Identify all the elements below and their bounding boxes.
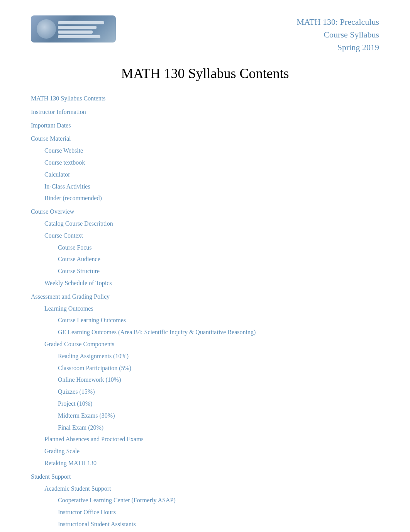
toc-link[interactable]: Binder (recommended)	[44, 193, 102, 204]
toc-link[interactable]: Student Support	[31, 471, 71, 483]
toc-link[interactable]: Academic Student Support	[44, 483, 111, 495]
toc-item[interactable]: In-Class Activities	[31, 181, 379, 192]
header-title: MATH 130: Precalculus Course Syllabus Sp…	[296, 15, 379, 54]
toc-item[interactable]: Course textbook	[31, 157, 379, 168]
toc-item[interactable]: Learning Outcomes	[31, 303, 379, 314]
toc-item[interactable]: Catalog Course Description	[31, 218, 379, 229]
toc-link[interactable]: Instructor Office Hours	[58, 507, 116, 518]
toc-link[interactable]: Quizzes (15%)	[58, 386, 95, 398]
toc-item[interactable]: Academic Student Support	[31, 483, 379, 495]
toc-item[interactable]: Graded Course Components	[31, 339, 379, 350]
toc-link[interactable]: Course Learning Outcomes	[58, 315, 126, 326]
toc-link[interactable]: Graded Course Components	[44, 339, 114, 350]
toc-item[interactable]: Binder (recommended)	[31, 193, 379, 204]
toc-link[interactable]: Course textbook	[44, 157, 85, 168]
toc-item[interactable]: Assessment and Grading Policy	[31, 291, 379, 303]
toc-link[interactable]: GE Learning Outcomes (Area B4: Scientifi…	[58, 327, 256, 338]
toc-link[interactable]: In-Class Activities	[44, 181, 90, 192]
toc-link[interactable]: Important Dates	[31, 120, 71, 131]
toc-item[interactable]: Cooperative Learning Center (Formerly AS…	[31, 495, 379, 506]
toc-item[interactable]: Midterm Exams (30%)	[31, 410, 379, 422]
toc-item[interactable]: Quizzes (15%)	[31, 386, 379, 398]
toc-link[interactable]: Course Overview	[31, 206, 74, 218]
toc-link[interactable]: MATH 130 Syllabus Contents	[31, 93, 105, 104]
toc-item[interactable]: Planned Absences and Proctored Exams	[31, 434, 379, 445]
toc-item[interactable]: Course Learning Outcomes	[31, 315, 379, 326]
toc-item[interactable]: Online Homework (10%)	[31, 374, 379, 386]
toc-link[interactable]: Learning Outcomes	[44, 303, 93, 314]
toc-link[interactable]: Course Context	[44, 230, 83, 241]
toc-item[interactable]: Grading Scale	[31, 446, 379, 457]
toc-item[interactable]: Course Overview	[31, 206, 379, 218]
toc-link[interactable]: Online Homework (10%)	[58, 374, 121, 386]
toc-link[interactable]: Instructional Student Assistants	[58, 519, 136, 530]
header: MATH 130: Precalculus Course Syllabus Sp…	[31, 15, 379, 54]
toc-link[interactable]: Reading Assignments (10%)	[58, 351, 129, 362]
toc-item[interactable]: Course Material	[31, 133, 379, 144]
main-title: MATH 130 Syllabus Contents	[31, 65, 379, 82]
toc-link[interactable]: Midterm Exams (30%)	[58, 410, 115, 422]
toc-link[interactable]: Project (10%)	[58, 398, 92, 410]
toc-item[interactable]: Student Support	[31, 471, 379, 483]
toc-item[interactable]: Reading Assignments (10%)	[31, 351, 379, 362]
toc-item[interactable]: Final Exam (20%)	[31, 422, 379, 433]
toc-link[interactable]: Weekly Schedule of Topics	[44, 278, 112, 289]
logo	[31, 15, 116, 42]
toc-item[interactable]: Course Website	[31, 145, 379, 156]
toc-link[interactable]: Retaking MATH 130	[44, 458, 97, 469]
toc-item[interactable]: Weekly Schedule of Topics	[31, 278, 379, 289]
toc-item[interactable]: Classroom Participation (5%)	[31, 363, 379, 374]
toc-link[interactable]: Course Material	[31, 133, 71, 144]
header-title-line2: Course Syllabus	[296, 28, 379, 41]
toc-item[interactable]: Course Focus	[31, 242, 379, 253]
toc-link[interactable]: Course Focus	[58, 242, 92, 253]
toc-item[interactable]: Course Structure	[31, 266, 379, 277]
toc-link[interactable]: Assessment and Grading Policy	[31, 291, 110, 303]
toc-item[interactable]: Instructor Information	[31, 107, 379, 118]
toc-link[interactable]: Instructor Information	[31, 107, 86, 118]
toc-link[interactable]: Final Exam (20%)	[58, 422, 103, 433]
toc-item[interactable]: Project (10%)	[31, 398, 379, 410]
page: MATH 130: Precalculus Course Syllabus Sp…	[0, 0, 410, 532]
toc-item[interactable]: Important Dates	[31, 120, 379, 131]
toc-link[interactable]: Course Website	[44, 145, 83, 156]
toc-item[interactable]: MATH 130 Syllabus Contents	[31, 93, 379, 104]
toc-link[interactable]: Classroom Participation (5%)	[58, 363, 131, 374]
toc-item[interactable]: Calculator	[31, 169, 379, 180]
toc-link[interactable]: Course Structure	[58, 266, 100, 277]
toc-link[interactable]: Cooperative Learning Center (Formerly AS…	[58, 495, 176, 506]
header-title-line3: Spring 2019	[296, 41, 379, 54]
toc-item[interactable]: Course Audience	[31, 254, 379, 265]
header-title-line1: MATH 130: Precalculus	[296, 15, 379, 28]
toc-item[interactable]: Course Context	[31, 230, 379, 241]
toc-link[interactable]: Grading Scale	[44, 446, 80, 457]
toc-link[interactable]: Planned Absences and Proctored Exams	[44, 434, 144, 445]
toc-link[interactable]: Calculator	[44, 169, 70, 180]
table-of-contents: MATH 130 Syllabus ContentsInstructor Inf…	[31, 93, 379, 532]
toc-link[interactable]: Course Audience	[58, 254, 100, 265]
toc-link[interactable]: Catalog Course Description	[44, 218, 113, 229]
toc-item[interactable]: Retaking MATH 130	[31, 458, 379, 469]
toc-item[interactable]: GE Learning Outcomes (Area B4: Scientifi…	[31, 327, 379, 338]
toc-item[interactable]: Instructor Office Hours	[31, 507, 379, 518]
toc-item[interactable]: Instructional Student Assistants	[31, 519, 379, 530]
